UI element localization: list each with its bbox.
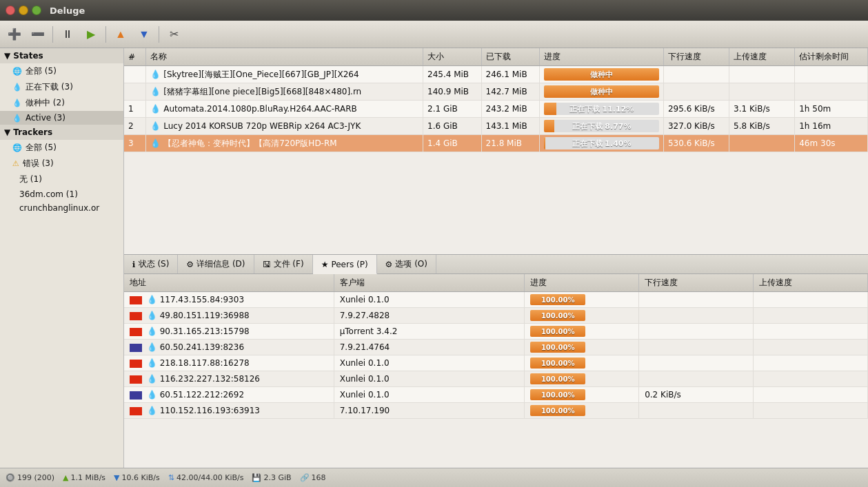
cell-peer-client: 7.10.17.190 <box>334 403 525 419</box>
peers-row[interactable]: 💧 218.18.117.88:16278 Xunlei 0.1.0 100.0… <box>124 355 868 371</box>
cell-size: 1.6 GiB <box>423 118 482 135</box>
tab-icon-2: 🖫 <box>263 260 271 269</box>
tab-item-2[interactable]: 🖫文件 (F) <box>254 255 313 273</box>
drop-icon: 💧 <box>147 327 157 336</box>
col-downloaded[interactable]: 已下载 <box>481 48 540 66</box>
pause-button[interactable]: ⏸ <box>57 24 78 45</box>
minimize-button[interactable] <box>19 6 28 15</box>
table-row[interactable]: 1 💧Automata.2014.1080p.BluRay.H264.AAC-R… <box>124 101 868 118</box>
peers-row[interactable]: 💧 60.50.241.139:8236 7.9.21.4764 100.00% <box>124 340 868 355</box>
peers-row[interactable]: 💧 49.80.151.119:36988 7.9.27.4828 100.00… <box>124 308 868 324</box>
cell-peer-dl <box>639 340 754 355</box>
states-section-header[interactable]: ▼ States <box>0 48 123 63</box>
tab-item-4[interactable]: ⚙选项 (O) <box>377 255 436 273</box>
cell-peer-addr: 💧 117.43.155.84:9303 <box>124 292 334 308</box>
cell-peer-dl <box>639 403 754 419</box>
cell-peer-addr: 💧 60.50.241.139:8236 <box>124 340 334 355</box>
cn-flag-icon <box>130 375 142 384</box>
peers-row[interactable]: 💧 116.232.227.132:58126 Xunlei 0.1.0 100… <box>124 371 868 387</box>
us-flag-icon <box>130 344 142 352</box>
peers-row[interactable]: 💧 90.31.165.213:15798 μTorrent 3.4.2 100… <box>124 324 868 340</box>
sidebar-item-label: crunchbanglinux.or <box>19 203 99 213</box>
cell-peer-progress: 100.00% <box>525 324 639 340</box>
sidebar-item-none[interactable]: 无 (1) <box>0 172 123 187</box>
cell-eta: 1h 16m <box>795 118 868 135</box>
col-address[interactable]: 地址 <box>124 274 334 292</box>
cell-peer-ul <box>754 324 868 340</box>
sidebar-item-36dm[interactable]: 36dm.com (1) <box>0 187 123 201</box>
move-up-button[interactable]: ▲ <box>110 24 131 45</box>
count-icon: 🔘 <box>6 473 15 482</box>
tab-item-3[interactable]: ★Peers (P) <box>313 255 377 274</box>
col-ul-speed[interactable]: 上传速度 <box>729 48 795 66</box>
trackers-section-header[interactable]: ▼ Trackers <box>0 125 123 140</box>
col-progress[interactable]: 进度 <box>540 48 664 66</box>
cell-size: 245.4 MiB <box>423 66 482 83</box>
cell-num <box>124 83 146 101</box>
sidebar-item-crunchbang[interactable]: crunchbanglinux.or <box>0 201 123 215</box>
cell-progress: 做种中 <box>540 83 664 101</box>
cell-peer-addr: 💧 60.51.122.212:2692 <box>124 387 334 403</box>
cell-peer-progress: 100.00% <box>525 292 639 308</box>
sidebar-item-downloading[interactable]: 💧 正在下载 (3) <box>0 79 123 95</box>
peers-row[interactable]: 💧 110.152.116.193:63913 7.10.17.190 100.… <box>124 403 868 419</box>
table-row[interactable]: 💧[Skytree][海贼王][One_Piece][667][GB_JP][X… <box>124 66 868 83</box>
tab-label-0: 状态 (S) <box>139 258 170 270</box>
col-peer-progress[interactable]: 进度 <box>525 274 639 292</box>
cell-num: 3 <box>124 135 146 152</box>
col-client[interactable]: 客户端 <box>334 274 525 292</box>
peer-progress-bar: 100.00% <box>530 373 585 384</box>
torrent-table-container[interactable]: # 名称 大小 已下载 进度 下行速度 上传速度 估计剩余时间 💧[Skytre… <box>124 48 868 254</box>
col-eta[interactable]: 估计剩余时间 <box>795 48 868 66</box>
sidebar-item-seeding[interactable]: 💧 做种中 (2) <box>0 95 123 111</box>
cn-flag-icon <box>130 328 142 336</box>
col-name[interactable]: 名称 <box>146 48 423 66</box>
cell-size: 140.9 MiB <box>423 83 482 101</box>
tab-item-1[interactable]: ⚙详细信息 (D) <box>178 255 254 273</box>
disk-icon: 💾 <box>252 473 261 482</box>
move-down-button[interactable]: ▼ <box>134 24 154 45</box>
transfer-value: 42.00/44.00 KiB/s <box>176 473 243 482</box>
peers-table-container[interactable]: 地址 客户端 进度 下行速度 上传速度 💧 117.43.155.84:9303… <box>124 274 868 468</box>
col-peer-ul[interactable]: 上传速度 <box>754 274 868 292</box>
col-dl-speed[interactable]: 下行速度 <box>663 48 729 66</box>
col-size[interactable]: 大小 <box>423 48 482 66</box>
cell-peer-progress: 100.00% <box>525 308 639 324</box>
tab-item-0[interactable]: ℹ状态 (S) <box>124 255 178 273</box>
maximize-button[interactable] <box>32 6 41 15</box>
col-num[interactable]: # <box>124 48 146 66</box>
table-row[interactable]: 💧[猪猪字幕组][one piece][Big5][668][848×480].… <box>124 83 868 101</box>
cell-peer-dl <box>639 371 754 387</box>
tab-bar: ℹ状态 (S)⚙详细信息 (D)🖫文件 (F)★Peers (P)⚙选项 (O) <box>124 255 868 274</box>
remove-button[interactable]: ➖ <box>28 24 48 45</box>
cell-peer-addr: 💧 90.31.165.213:15798 <box>124 324 334 340</box>
cell-eta <box>795 66 868 83</box>
cn-flag-icon <box>130 360 142 368</box>
cell-peer-progress: 100.00% <box>525 387 639 403</box>
cell-peer-client: Xunlei 0.1.0 <box>334 292 525 308</box>
drop-icon: 💧 <box>147 295 157 304</box>
peers-row[interactable]: 💧 117.43.155.84:9303 Xunlei 0.1.0 100.00… <box>124 292 868 308</box>
sidebar-item-error[interactable]: ⚠ 错误 (3) <box>0 156 123 172</box>
table-row[interactable]: 2 💧Lucy 2014 KORSUB 720p WEBRip x264 AC3… <box>124 118 868 135</box>
col-peer-dl[interactable]: 下行速度 <box>639 274 754 292</box>
window-controls[interactable] <box>6 6 41 15</box>
table-row[interactable]: 3 💧【忍者神龟：变种时代】【高清720P版HD-RM 1.4 GiB 21.8… <box>124 135 868 152</box>
globe-icon-2: 🌐 <box>12 143 22 152</box>
sidebar-item-all-state[interactable]: 🌐 全部 (5) <box>0 63 123 79</box>
peers-row[interactable]: 💧 60.51.122.212:2692 Xunlei 0.1.0 100.00… <box>124 387 868 403</box>
sidebar-item-all-tracker[interactable]: 🌐 全部 (5) <box>0 140 123 156</box>
resume-button[interactable]: ▶ <box>81 24 101 45</box>
torrent-status-icon: 💧 <box>150 104 161 114</box>
add-button[interactable]: ➕ <box>4 24 25 45</box>
preferences-button[interactable]: ✂ <box>163 24 184 45</box>
cn-flag-icon <box>130 312 142 320</box>
close-button[interactable] <box>6 6 15 15</box>
cell-peer-addr: 💧 110.152.116.193:63913 <box>124 403 334 419</box>
toolbar-separator-2 <box>105 26 106 43</box>
sidebar-item-active[interactable]: 💧 Active (3) <box>0 111 123 125</box>
tab-icon-0: ℹ <box>132 260 136 269</box>
sidebar-item-label: 正在下载 (3) <box>26 81 73 93</box>
progress-bar: 做种中 <box>544 68 659 81</box>
cell-dl-speed: 295.6 KiB/s <box>663 101 729 118</box>
